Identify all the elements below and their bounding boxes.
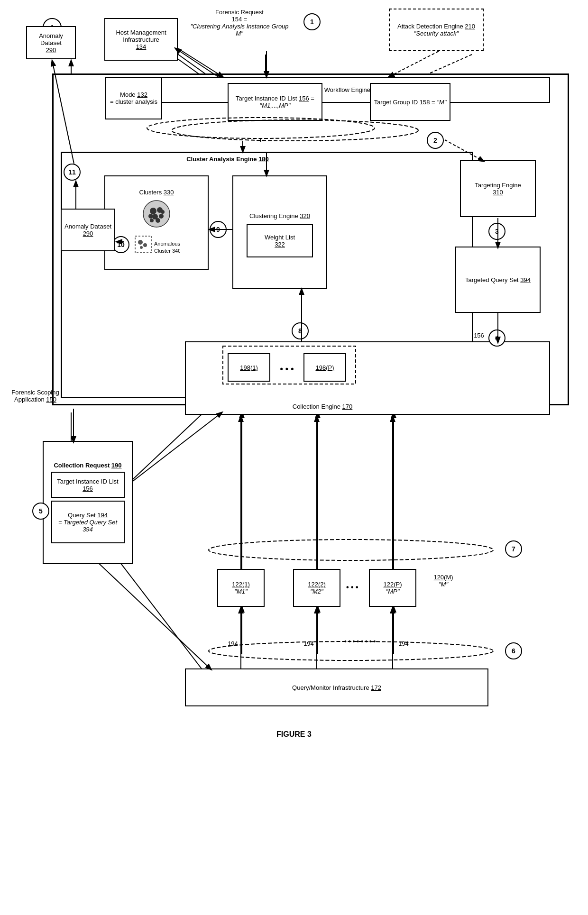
targeted-query-set: Targeted Query Set 394 [455, 247, 541, 313]
collection-target-list: Target Instance ID List 156 [51, 472, 125, 498]
circle-5: 5 [32, 503, 49, 520]
svg-point-23 [143, 201, 170, 227]
dashed-oval-7 [199, 536, 503, 564]
svg-text:Anomalous: Anomalous [154, 241, 180, 247]
anomaly-dataset-left: Anomaly Dataset 290 [61, 209, 115, 251]
collection-query-set: Query Set 194 = Targeted Query Set 394 [51, 501, 125, 543]
dots-instances: • • • [346, 583, 358, 592]
cluster-analysis-engine-label: Cluster Analysis Engine 180 [133, 156, 322, 163]
anomaly-dataset-top: Anomaly Dataset 290 [26, 26, 76, 59]
svg-point-29 [156, 218, 160, 223]
svg-point-35 [140, 246, 143, 249]
svg-text:Cluster 340: Cluster 340 [154, 248, 180, 254]
weight-list: Weight List 322 [247, 224, 313, 257]
forensic-request: Forensic Request 154 = "Clustering Analy… [187, 9, 292, 37]
instance-m1: 122(1) "M1" [217, 569, 265, 607]
workflow-engine: Workflow Engine 152 [156, 77, 550, 103]
agents-dashed-box [222, 345, 357, 385]
circle-3: 3 [488, 223, 505, 240]
circle-2: 2 [427, 132, 444, 149]
host-management: Host Management Infrastructure 134 [104, 18, 178, 61]
clustering-engine-outer: Clustering Engine 320 Weight List 322 [232, 175, 327, 289]
circle-7: 7 [505, 540, 522, 558]
dashed-oval [142, 114, 379, 142]
svg-rect-38 [223, 346, 356, 384]
circle-4: 4 [488, 329, 505, 347]
circle-1: 1 [303, 13, 321, 30]
dots-between: • • • • • • • • [344, 638, 376, 645]
group-m-label: 120(M) "M" [422, 574, 465, 588]
figure-caption: FIGURE 3 [237, 730, 351, 739]
query-monitor: Query/Monitor Infrastructure 172 [185, 668, 488, 706]
circle-9: 9 [210, 221, 227, 238]
svg-point-21 [147, 118, 375, 138]
target-group-id: Target Group ID 158 = "M" [370, 83, 450, 121]
svg-point-24 [150, 208, 156, 214]
label-156: 156 [469, 332, 488, 339]
svg-line-12 [123, 408, 209, 488]
attack-detection: Attack Detection Engine 210 "Security at… [389, 9, 484, 51]
diagram: 1 Anomaly Dataset 290 Host Management In… [0, 0, 588, 915]
svg-line-42 [389, 51, 439, 77]
svg-point-31 [161, 210, 165, 214]
svg-line-56 [99, 563, 211, 669]
instance-m2: 122(2) "M2" [293, 569, 340, 607]
circle-11: 11 [64, 164, 81, 181]
svg-point-27 [159, 214, 164, 219]
forensic-scoping-label: Forensic Scoping Application 150 [10, 389, 60, 403]
svg-line-55 [133, 412, 222, 481]
collection-request-box: Collection Request 190 Target Instance I… [43, 441, 133, 564]
svg-point-33 [138, 240, 143, 245]
svg-line-43 [178, 48, 223, 77]
svg-point-30 [150, 219, 154, 222]
collection-engine-label: Collection Engine 170 [251, 403, 394, 410]
circle-6: 6 [505, 642, 522, 659]
circle-8: 8 [292, 322, 309, 339]
cluster-blob [135, 196, 178, 234]
svg-point-39 [209, 540, 493, 560]
mode-box: Mode 132 = cluster analysis [105, 77, 162, 119]
instance-mp: 122(P) "MP" [369, 569, 416, 607]
anomalous-cluster-blob: Anomalous Cluster 340 [133, 234, 180, 257]
svg-line-44 [175, 48, 218, 77]
svg-point-28 [148, 214, 153, 219]
svg-point-34 [143, 243, 147, 247]
targeting-engine: Targeting Engine 310 [460, 160, 536, 217]
clusters-box: Clusters 330 Anomalous Cluster 340 [104, 175, 209, 270]
